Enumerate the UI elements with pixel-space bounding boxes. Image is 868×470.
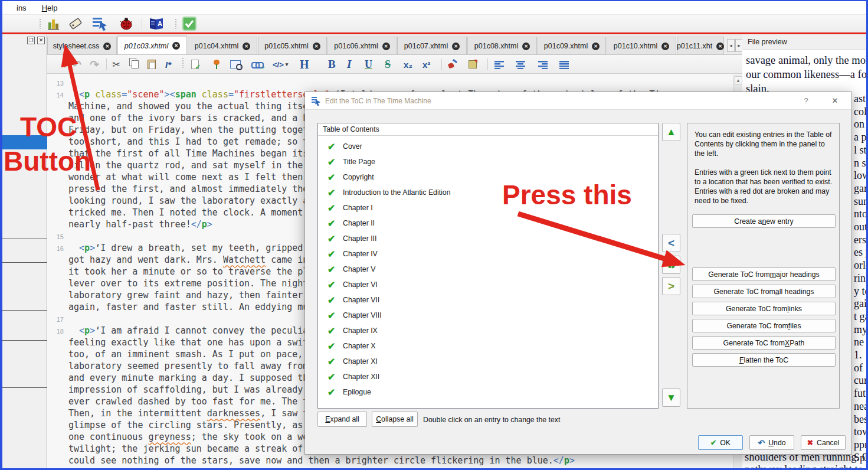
code-line[interactable]: and one of the ivory bars is cracked, an…: [47, 113, 308, 125]
code-line[interactable]: could see nothing of the stars, save now…: [47, 455, 575, 467]
code-line[interactable]: again, faster and faster still. An eddyi…: [47, 302, 308, 314]
format-brush-icon[interactable]: [448, 57, 458, 72]
tab-stylesheet.css[interactable]: stylesheet.css✕: [47, 37, 117, 55]
align-justify-icon[interactable]: [559, 57, 570, 72]
code-line[interactable]: feeling exactly like that one has upon a…: [47, 337, 308, 349]
tab-p01c04.xhtml[interactable]: p01c04.xhtml✕: [188, 37, 257, 55]
code-line[interactable]: glimpse of the circling stars. Presently…: [47, 420, 303, 432]
generate-toc-from-all-headings-button[interactable]: Generate ToC from all headings: [692, 285, 836, 298]
code-line[interactable]: one continuous greyness; the sky took on…: [47, 432, 308, 443]
toolbar-handle[interactable]: [175, 18, 177, 29]
tab-close-icon[interactable]: ✕: [592, 43, 600, 50]
generate-toc-from-files-button[interactable]: Generate ToC from files: [692, 319, 836, 332]
tab-p01c05.xhtml[interactable]: p01c05.xhtml✕: [258, 37, 327, 55]
tab-close-icon[interactable]: ✕: [172, 42, 180, 50]
close-panel-icon[interactable]: ✕: [37, 37, 45, 44]
expand-all-button[interactable]: Expand all: [317, 412, 367, 427]
tab-close-icon[interactable]: ✕: [716, 43, 724, 50]
generate-toc-from-major-headings-button[interactable]: Generate ToC from major headings: [692, 267, 836, 281]
refresh-button[interactable]: ♻: [662, 256, 680, 274]
subscript-icon[interactable]: x₂: [404, 57, 412, 72]
insert-image-icon[interactable]: [230, 57, 241, 72]
code-line[interactable]: lever over to its extreme position. The …: [47, 278, 308, 290]
clear-formatting-icon[interactable]: [469, 57, 477, 72]
mend-html-icon[interactable]: [191, 57, 199, 72]
tab-close-icon[interactable]: ✕: [382, 43, 390, 50]
menu-plugins[interactable]: ins: [17, 4, 27, 12]
code-line[interactable]: ever crawled dashed by too fast for me. …: [47, 396, 308, 408]
superscript-icon[interactable]: x²: [422, 57, 430, 72]
tab-close-icon[interactable]: ✕: [313, 43, 320, 50]
toc-entry-chapter-iii[interactable]: ✔Chapter III: [318, 231, 658, 246]
move-up-button[interactable]: ▲: [662, 123, 680, 141]
toolbar-handle[interactable]: [39, 18, 41, 29]
collapse-all-button[interactable]: Collapse all: [372, 412, 418, 427]
code-line[interactable]: 16 <p>‘I drew a breath, set my teeth, gr…: [47, 243, 303, 254]
toc-entry-cover[interactable]: ✔Cover: [318, 139, 658, 154]
unindent-button[interactable]: <: [662, 234, 680, 252]
code-line[interactable]: 18 <p>‘I am afraid I cannot convey the p…: [47, 325, 308, 337]
toc-tree-header[interactable]: Table of Contents: [318, 123, 658, 136]
underline-icon[interactable]: U: [365, 57, 372, 72]
tab-p01c09.xhtml[interactable]: p01c09.xhtml✕: [538, 37, 606, 55]
code-line[interactable]: 13: [47, 77, 68, 89]
tab-scroll-left-icon[interactable]: ◂: [727, 39, 735, 52]
indent-button[interactable]: >: [662, 277, 680, 295]
toc-entry-chapter-xi[interactable]: ✔Chapter XI: [318, 354, 658, 369]
flatten-the-toc-button[interactable]: Flatten the ToC: [692, 353, 836, 367]
toc-entry-chapter-vii[interactable]: ✔Chapter VII: [318, 292, 658, 308]
code-line[interactable]: twilight; the jerking sun became a strea…: [47, 443, 303, 455]
toc-entry-chapter-xii[interactable]: ✔Chapter XII: [318, 369, 658, 384]
code-line[interactable]: Machine, and showed you the actual thing…: [47, 101, 308, 113]
code-line[interactable]: Friday, but on Friday, when the putting …: [47, 125, 308, 136]
code-line[interactable]: 17: [47, 314, 68, 325]
dialog-help-icon[interactable]: ?: [800, 96, 813, 105]
float-panel-icon[interactable]: ❐: [27, 37, 35, 44]
dialog-close-icon[interactable]: ✕: [828, 96, 842, 105]
toc-entry-chapter-ii[interactable]: ✔Chapter II: [318, 216, 658, 231]
tab-p01c03.xhtml[interactable]: p01c03.xhtml✕: [117, 35, 187, 55]
toc-entry-epilogue[interactable]: ✔Epilogue: [318, 384, 658, 400]
tab-p01c11.xht[interactable]: p01c11.xht✕: [677, 37, 724, 55]
undo-icon[interactable]: ↶: [72, 57, 81, 72]
paste-icon[interactable]: [148, 57, 156, 72]
code-line[interactable]: nearly half-past three!</p>: [47, 219, 212, 231]
element-selector-icon[interactable]: </>▾: [273, 57, 288, 72]
italic-icon[interactable]: I: [347, 57, 351, 72]
code-line[interactable]: laboratory seemed presently to fall away…: [47, 361, 308, 373]
align-right-icon[interactable]: [538, 57, 549, 72]
create-new-entry-button[interactable]: Create a new entry: [692, 214, 836, 228]
tab-close-icon[interactable]: ✕: [661, 43, 669, 50]
code-line[interactable]: and every minute marking a day. I suppos…: [47, 373, 308, 384]
bug-report-icon[interactable]: [118, 16, 135, 34]
toc-entry-chapter-x[interactable]: ✔Chapter X: [318, 338, 658, 354]
tab-scroll-right-icon[interactable]: ▸: [735, 39, 742, 52]
toc-entry-chapter-ix[interactable]: ✔Chapter IX: [318, 323, 658, 338]
insert-marker-icon[interactable]: I*: [165, 57, 171, 72]
code-line[interactable]: Then, in the intermittent darknesses, I …: [47, 408, 308, 420]
toolbar-handle[interactable]: [182, 57, 184, 68]
toc-entry-chapter-viii[interactable]: ✔Chapter VIII: [318, 308, 658, 323]
tab-close-icon[interactable]: ✕: [522, 43, 530, 50]
well-formed-check-icon[interactable]: [182, 16, 197, 34]
tab-close-icon[interactable]: ✕: [452, 43, 460, 50]
toc-entry-title-page[interactable]: ✔Title Page: [318, 154, 658, 169]
menu-help[interactable]: Help: [42, 4, 58, 12]
tab-p01c10.xhtml[interactable]: p01c10.xhtml✕: [607, 37, 676, 55]
translate-icon[interactable]: A: [148, 16, 165, 34]
copy-icon[interactable]: [129, 57, 139, 72]
toc-entry-chapter-vi[interactable]: ✔Chapter VI: [318, 277, 658, 292]
align-left-icon[interactable]: [494, 57, 505, 72]
dialog-titlebar[interactable]: Edit the ToC in The Time Machine ? ✕: [305, 92, 851, 110]
generate-toc-from-links-button[interactable]: Generate ToC from links: [692, 302, 836, 315]
tab-close-icon[interactable]: ✕: [243, 43, 250, 50]
toc-entry-chapter-iv[interactable]: ✔Chapter IV: [318, 246, 658, 262]
code-line[interactable]: too, of an imminent smash. As I put on p…: [47, 349, 303, 361]
code-line[interactable]: looking round, I saw the laboratory exac…: [47, 195, 308, 207]
generate-toc-from-xpath-button[interactable]: Generate ToC from XPath: [692, 336, 836, 350]
undo-button[interactable]: ↶ Undo: [749, 435, 794, 450]
toc-entry-chapter-v[interactable]: ✔Chapter V: [318, 262, 658, 277]
toolbar-handle[interactable]: [64, 57, 66, 68]
tab-p01c06.xhtml[interactable]: p01c06.xhtml✕: [327, 37, 397, 55]
redo-icon[interactable]: ↷: [90, 57, 99, 72]
